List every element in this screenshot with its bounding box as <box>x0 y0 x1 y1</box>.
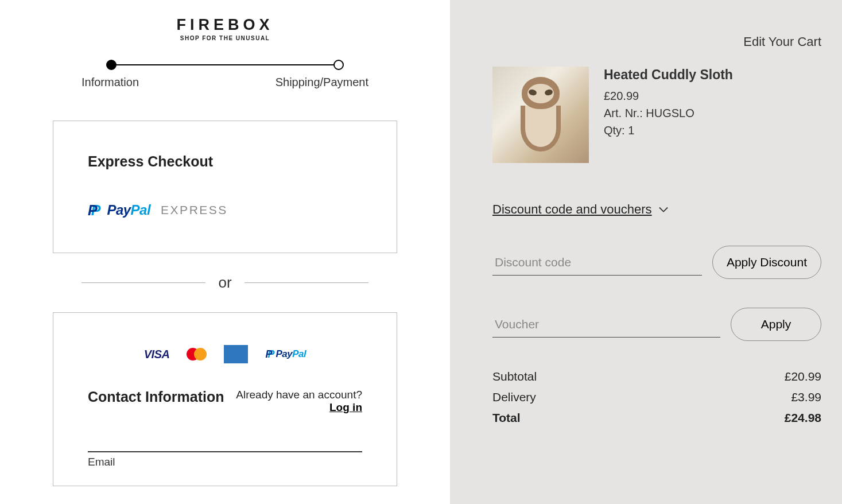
paypal-express-text: EXPRESS <box>161 203 228 217</box>
discount-toggle-label: Discount code and vouchers <box>492 202 652 217</box>
progress-label-information: Information <box>82 76 139 89</box>
discount-code-input[interactable] <box>492 250 702 276</box>
mastercard-icon <box>187 345 207 363</box>
discount-toggle[interactable]: Discount code and vouchers <box>492 202 668 217</box>
delivery-value: £3.99 <box>791 390 821 404</box>
edit-cart-link[interactable]: Edit Your Cart <box>492 34 821 49</box>
email-input[interactable] <box>88 430 362 452</box>
visa-icon: VISA <box>144 345 170 363</box>
contact-title: Contact Information <box>88 389 224 405</box>
email-label: Email <box>88 456 362 468</box>
chevron-down-icon <box>659 205 668 214</box>
delivery-row: Delivery £3.99 <box>492 390 821 404</box>
total-value: £24.98 <box>785 411 821 425</box>
express-checkout-card: Express Checkout PP PayPal EXPRESS <box>53 121 397 253</box>
cart-item-price: £20.99 <box>604 87 733 104</box>
voucher-row: Apply <box>492 308 821 341</box>
brand-subtitle: SHOP FOR THE UNUSUAL <box>176 35 273 41</box>
cart-item: Heated Cuddly Sloth £20.99 Art. Nr.: HUG… <box>492 67 821 163</box>
contact-card: VISA PP PayPal Contact Information Alrea… <box>53 312 397 486</box>
progress-dot-shipping <box>333 60 344 70</box>
cart-item-art: Art. Nr.: HUGSLO <box>604 104 733 122</box>
payment-methods-row: VISA PP PayPal <box>88 345 362 363</box>
paypal-icon: PP <box>88 203 100 218</box>
express-checkout-title: Express Checkout <box>88 153 362 170</box>
paypal-icon-small: PP PayPal <box>265 345 306 363</box>
login-link[interactable]: Log in <box>329 401 362 413</box>
voucher-input[interactable] <box>492 312 720 338</box>
apply-voucher-button[interactable]: Apply <box>731 308 821 341</box>
delivery-label: Delivery <box>492 390 536 404</box>
discount-code-row: Apply Discount <box>492 246 821 279</box>
apply-discount-button[interactable]: Apply Discount <box>712 246 821 279</box>
checkout-progress: Information Shipping/Payment <box>82 64 368 89</box>
progress-dot-information <box>106 60 117 70</box>
brand-logo: FIREBOX SHOP FOR THE UNUSUAL <box>176 16 273 41</box>
total-row: Total £24.98 <box>492 411 821 425</box>
brand-title: FIREBOX <box>176 16 273 34</box>
subtotal-value: £20.99 <box>785 370 821 383</box>
subtotal-row: Subtotal £20.99 <box>492 370 821 383</box>
amex-icon <box>224 345 248 363</box>
total-label: Total <box>492 411 521 425</box>
cart-item-name: Heated Cuddly Sloth <box>604 67 733 84</box>
paypal-wordmark: PayPal <box>107 202 150 218</box>
or-divider: or <box>82 274 368 292</box>
progress-label-shipping: Shipping/Payment <box>276 76 368 89</box>
already-have-account-label: Already have an account? <box>236 389 362 401</box>
cart-item-qty: Qty: 1 <box>604 122 733 139</box>
paypal-express-button[interactable]: PP PayPal EXPRESS <box>88 202 362 218</box>
cart-item-image <box>492 67 589 163</box>
or-label: or <box>218 274 231 292</box>
subtotal-label: Subtotal <box>492 370 537 383</box>
